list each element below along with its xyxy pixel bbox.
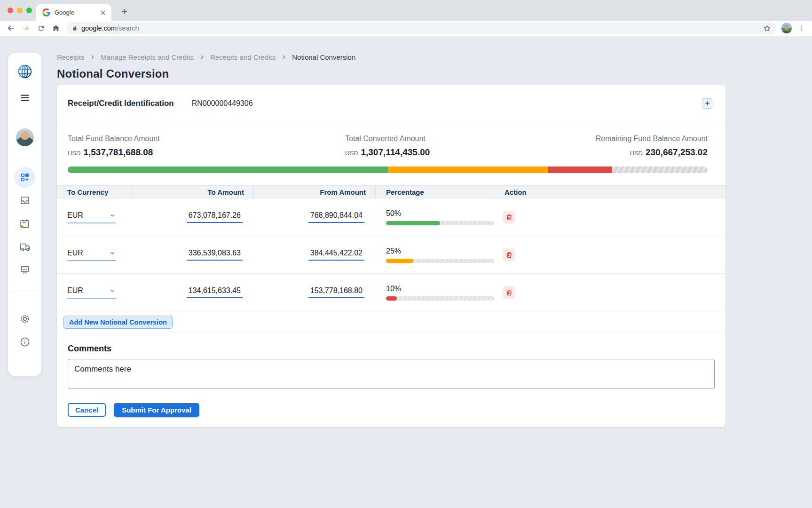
header-to-currency: To Currency — [57, 186, 133, 198]
chevron-right-icon — [199, 54, 205, 60]
page-content: Receipts Manage Receipts and Credits Rec… — [0, 36, 812, 508]
forward-icon[interactable] — [20, 22, 32, 34]
chevron-down-icon — [109, 250, 116, 256]
percentage-fill — [386, 296, 397, 301]
to-amount-input[interactable]: 673,078,167.26 — [187, 211, 243, 223]
to-amount-input[interactable]: 134,615,633.45 — [187, 286, 243, 298]
trash-icon — [505, 251, 513, 259]
currency-select[interactable]: EUR — [67, 211, 116, 223]
cancel-button[interactable]: Cancel — [68, 403, 106, 417]
total-converted: Total Converted Amount USD1,307,114,435.… — [345, 135, 596, 158]
new-tab-button[interactable] — [118, 5, 130, 17]
truck-icon[interactable] — [19, 241, 31, 253]
delete-row-button[interactable] — [503, 286, 515, 299]
submit-for-approval-button[interactable]: Submit For Approval — [114, 403, 199, 417]
info-icon[interactable] — [19, 336, 31, 348]
bookmark-star-icon[interactable] — [763, 24, 771, 32]
table-header: To Currency To Amount From Amount Percen… — [57, 185, 725, 198]
header-to-amount: To Amount — [133, 186, 254, 198]
currency-select[interactable]: EUR — [67, 249, 116, 261]
percentage-track — [386, 259, 494, 263]
url-text: google.com/search — [81, 24, 139, 32]
breadcrumb-current: Notional Conversion — [292, 53, 355, 61]
identification-header: Receipt/Credit Identification RN00000044… — [57, 85, 725, 122]
percentage-track — [386, 221, 494, 225]
notional-conversion-card: Receipt/Credit Identification RN00000044… — [57, 85, 725, 427]
fund-summary: Total Fund Balance Amount USD1,537,781,6… — [57, 122, 725, 158]
from-amount-input[interactable]: 384,445,422.02 — [308, 249, 364, 261]
delete-row-button[interactable] — [503, 248, 515, 261]
to-amount-input[interactable]: 336,539,083.63 — [187, 249, 243, 261]
comments-textarea[interactable]: Comments here — [68, 359, 715, 389]
google-favicon-icon — [42, 8, 50, 16]
identification-label: Receipt/Credit Identification — [68, 99, 174, 108]
maximize-window-button[interactable] — [26, 8, 32, 13]
reload-icon[interactable] — [35, 22, 47, 34]
sidebar-divider — [8, 292, 41, 292]
summary-amount: USD1,537,781,688.08 — [68, 147, 345, 158]
conversion-table: To Currency To Amount From Amount Percen… — [57, 185, 725, 333]
window-controls — [8, 8, 32, 13]
breadcrumb: Receipts Manage Receipts and Credits Rec… — [57, 53, 727, 61]
comments-section: Comments Comments here — [57, 333, 725, 391]
percentage-label: 50% — [386, 209, 494, 218]
bar-segment-orange — [388, 167, 548, 173]
add-new-notional-conversion-button[interactable]: Add New Notional Conversion — [63, 316, 173, 329]
browser-profile-avatar[interactable] — [781, 23, 792, 34]
chevron-right-icon — [89, 54, 95, 60]
settings-gear-icon[interactable] — [19, 313, 31, 325]
user-avatar[interactable] — [16, 128, 34, 146]
breadcrumb-receipts-credits[interactable]: Receipts and Credits — [210, 53, 276, 61]
header-percentage: Percentage — [376, 186, 494, 198]
hamburger-menu-icon[interactable] — [19, 92, 31, 103]
amount-value: 230,667,253.02 — [646, 147, 708, 157]
header-from-amount: From Amount — [254, 186, 376, 198]
percentage-track — [386, 296, 494, 301]
amount-value: 1,537,781,688.08 — [83, 147, 153, 157]
main-content: Receipts Manage Receipts and Credits Rec… — [57, 36, 727, 427]
currency-select-value: EUR — [67, 211, 83, 220]
chevron-down-icon — [109, 287, 116, 294]
percentage-indicator: 50% — [386, 209, 494, 225]
total-fund-balance: Total Fund Balance Amount USD1,537,781,6… — [68, 135, 345, 158]
tab-title: Google — [55, 9, 95, 16]
trash-icon — [505, 214, 513, 221]
back-icon[interactable] — [5, 22, 17, 34]
globe-logo-icon[interactable] — [16, 63, 33, 80]
form-actions: Cancel Submit For Approval — [57, 391, 725, 427]
inbox-icon[interactable] — [19, 195, 31, 206]
browser-tab-strip: Google — [0, 0, 812, 21]
header-action: Action — [494, 186, 725, 198]
tab-close-icon[interactable] — [99, 8, 107, 16]
from-amount-input[interactable]: 768,890,844.04 — [308, 211, 364, 223]
percentage-indicator: 25% — [386, 247, 494, 263]
identification-value: RN000000449306 — [192, 99, 253, 108]
currency-code: USD — [68, 150, 80, 157]
chevron-down-icon — [109, 212, 116, 219]
amount-value: 1,307,114,435.00 — [361, 147, 430, 157]
currency-select[interactable]: EUR — [67, 286, 116, 299]
page-title: Notional Conversion — [57, 67, 727, 80]
address-bar[interactable]: google.com/search — [67, 22, 776, 34]
currency-code: USD — [345, 150, 358, 157]
summary-label: Total Converted Amount — [345, 135, 596, 143]
currency-select-value: EUR — [67, 249, 83, 257]
minimize-window-button[interactable] — [17, 8, 23, 13]
expand-plus-button[interactable] — [702, 98, 712, 109]
comments-label: Comments — [68, 344, 715, 354]
summary-label: Total Fund Balance Amount — [68, 135, 345, 143]
breadcrumb-receipts[interactable]: Receipts — [57, 53, 84, 61]
calendar-icon[interactable] — [19, 218, 31, 230]
browser-tab[interactable]: Google — [36, 4, 111, 21]
trash-icon — [505, 289, 513, 296]
table-row: EUR 336,539,083.63 384,445,422.02 25% — [57, 236, 725, 274]
delete-row-button[interactable] — [503, 211, 515, 223]
browser-menu-icon[interactable] — [795, 22, 807, 34]
presentation-chart-icon[interactable] — [19, 264, 31, 276]
sidebar-item-apps-active[interactable] — [15, 167, 35, 188]
home-icon[interactable] — [50, 22, 62, 34]
close-window-button[interactable] — [8, 8, 13, 13]
bar-segment-green — [68, 167, 388, 173]
from-amount-input[interactable]: 153,778,168.80 — [308, 286, 364, 298]
breadcrumb-manage-receipts[interactable]: Manage Receipts and Credits — [101, 53, 194, 61]
